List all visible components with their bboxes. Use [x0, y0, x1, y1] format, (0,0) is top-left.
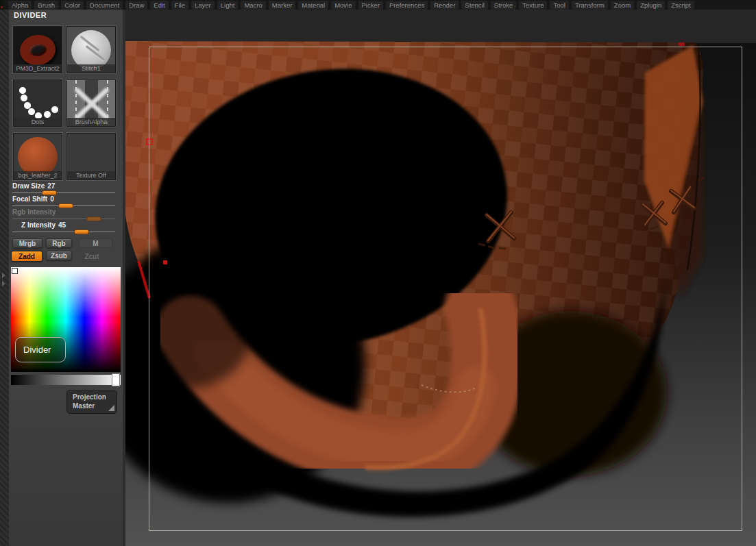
menu-item-movie[interactable]: Movie [331, 1, 355, 10]
menu-item-stroke[interactable]: Stroke [491, 1, 516, 10]
zbrush-window: { "menu": { "items": ["Alpha","Brush","C… [0, 0, 756, 546]
slider-label: Focal Shift [12, 195, 47, 203]
menu-item-edit[interactable]: Edit [150, 1, 168, 10]
thumbnail-brush-sphere[interactable]: Stitch1 [66, 25, 117, 74]
color-picker[interactable]: Divider [11, 267, 121, 372]
menu-edge-decoration [0, 0, 6, 10]
value-gradient-bar[interactable] [11, 375, 121, 385]
slider-label: Rgb Intensity [12, 208, 56, 216]
thumbnail-label: Texture Off [67, 171, 115, 179]
rgb-button[interactable]: Rgb [46, 238, 72, 248]
thumbnail-tool-ring[interactable]: PM3D_Extract2 [12, 25, 63, 74]
menu-item-macro[interactable]: Macro [241, 1, 265, 10]
menu-item-render[interactable]: Render [430, 1, 459, 10]
slider-stack: Draw Size27 Focal Shift0 Rgb Intensity Z… [12, 182, 115, 234]
slider-value: 45 [58, 221, 66, 229]
thumbnail-label: Stitch1 [67, 64, 115, 73]
divider-tooltip: Divider [15, 337, 66, 362]
slider-handle[interactable] [58, 203, 73, 208]
menu-item-preferences[interactable]: Preferences [386, 1, 428, 10]
zsub-button[interactable]: Zsub [46, 251, 72, 260]
slider-track[interactable] [12, 232, 115, 232]
sculpt-scene [125, 10, 756, 546]
menu-item-picker[interactable]: Picker [358, 1, 383, 10]
sculpt-mode-buttons: ZaddZsubZcut [0, 251, 125, 263]
menu-item-color[interactable]: Color [61, 1, 84, 10]
palette-title: DIVIDER [14, 11, 47, 19]
thumbnail-label: bqs_leather_2 [14, 171, 62, 179]
menu-item-material[interactable]: Material [298, 1, 328, 10]
thumbnail-label: Dots [14, 118, 62, 126]
zadd-button[interactable]: Zadd [11, 251, 42, 262]
projection-master-button[interactable]: Projection Master [66, 390, 117, 414]
slider-handle[interactable] [86, 216, 101, 221]
collapse-arrow-icon[interactable] [2, 281, 5, 286]
corner-fold-icon [108, 405, 114, 411]
thumbnail-grid: PM3D_Extract2 Stitch1 Dots BrushAlpha bq… [12, 25, 117, 181]
thumbnail-alpha-x[interactable]: BrushAlpha [66, 79, 117, 127]
menu-item-zscript[interactable]: Zscript [668, 1, 694, 10]
current-color-swatch[interactable] [12, 268, 18, 274]
collapse-arrow-icon[interactable] [2, 273, 5, 278]
m-button[interactable]: M [79, 238, 112, 248]
menu-item-transform[interactable]: Transform [572, 1, 608, 10]
menu-item-file[interactable]: File [171, 1, 188, 10]
menu-item-document[interactable]: Document [86, 1, 123, 10]
menu-item-light[interactable]: Light [217, 1, 239, 10]
thumbnail-texture-off[interactable]: Texture Off [66, 132, 117, 181]
menu-item-stencil[interactable]: Stencil [461, 1, 488, 10]
value-gradient-handle[interactable] [112, 373, 120, 386]
menu-item-tool[interactable]: Tool [550, 1, 568, 10]
slider-label: Draw Size [12, 182, 45, 190]
slider-value: 0 [50, 195, 54, 203]
menu-item-zplugin[interactable]: Zplugin [637, 1, 665, 10]
mrgb-button[interactable]: Mrgb [12, 238, 42, 248]
slider-z-intensity[interactable]: Z Intensity45 [12, 221, 115, 234]
tool-palette: DIVIDER PM3D_Extract2 Stitch1 Dots Brush… [0, 10, 125, 546]
thumbnail-label: BrushAlpha [67, 118, 115, 126]
menu-item-texture[interactable]: Texture [519, 1, 547, 10]
thumbnail-stroke-dots[interactable]: Dots [12, 79, 63, 127]
paint-mode-buttons: MrgbRgbM [0, 238, 125, 249]
slider-rgb-intensity[interactable]: Rgb Intensity [12, 208, 115, 221]
palette-divider-strip[interactable] [0, 10, 9, 546]
menu-bar: AlphaBrushColorDocumentDrawEditFileLayer… [0, 0, 756, 10]
projection-master-line1: Projection [73, 393, 117, 401]
slider-track[interactable] [12, 193, 115, 193]
zcut-button[interactable]: Zcut [79, 251, 105, 262]
menu-item-draw[interactable]: Draw [125, 1, 147, 10]
slider-focal-shift[interactable]: Focal Shift0 [12, 195, 115, 208]
slider-value: 27 [47, 182, 55, 190]
menu-item-layer[interactable]: Layer [191, 1, 215, 10]
canvas-viewport[interactable] [125, 10, 756, 546]
menu-item-brush[interactable]: Brush [34, 1, 58, 10]
slider-handle[interactable] [74, 229, 89, 234]
slider-draw-size[interactable]: Draw Size27 [12, 182, 115, 195]
menu-item-zoom[interactable]: Zoom [611, 1, 634, 10]
menu-item-alpha[interactable]: Alpha [8, 1, 32, 10]
thumbnail-texture-sphere[interactable]: bqs_leather_2 [12, 132, 63, 181]
slider-label: Z Intensity [12, 221, 56, 229]
thumbnail-label: PM3D_Extract2 [14, 64, 62, 73]
slider-handle[interactable] [42, 190, 57, 195]
menu-item-marker[interactable]: Marker [269, 1, 296, 10]
